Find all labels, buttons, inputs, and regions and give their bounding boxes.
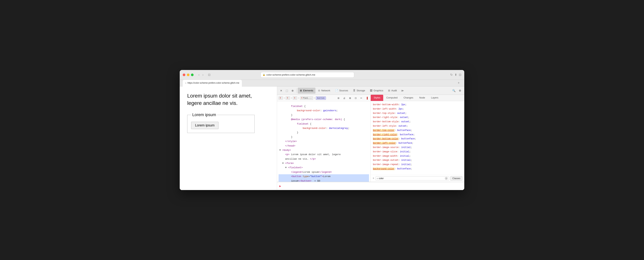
css-border-bottom-color: border-bottom-color: buttonface; <box>373 137 462 141</box>
console-bar: ▶ <box>277 182 464 190</box>
reload-button[interactable]: ↻ <box>450 73 453 77</box>
dom-line-5[interactable]: fieldset { <box>278 122 369 126</box>
forward-button[interactable]: › <box>201 73 204 77</box>
dom-line-9[interactable]: </style> <box>278 139 369 144</box>
new-tab-button[interactable]: ⊡ <box>459 73 461 77</box>
elements-tab-label: Elements <box>303 89 313 92</box>
dom-line-11[interactable]: ▼ <body> <box>278 148 369 152</box>
bc-grid-icon[interactable]: ⊞ <box>336 96 341 100</box>
tab-bar: c https://color-scheme-prefers-color-sch… <box>180 80 464 86</box>
storage-tab-icon: 🗄 <box>353 89 356 92</box>
elements-section: E › E › E › E fiel... › button ⊞ 🖨 ⊠ ⊡ <box>277 95 371 182</box>
bc-arrow-1: › <box>284 97 285 99</box>
tab-layers[interactable]: Layers <box>428 95 442 101</box>
dom-line-3[interactable]: } <box>278 113 369 117</box>
audit-tab-label: Audit <box>391 89 397 92</box>
new-tab-plus-button[interactable]: + <box>456 80 461 86</box>
maximize-button[interactable] <box>191 74 194 76</box>
css-background-color: background-color: buttonface; <box>373 167 462 171</box>
css-border-image-width: border-image-width: initial; <box>373 154 462 158</box>
bc-arrow-4: › <box>314 97 315 99</box>
tab-storage[interactable]: 🗄 Storage <box>351 88 368 94</box>
styles-tabs: Styles Computed Changes Node Layers <box>371 95 464 101</box>
breadcrumb-e1[interactable]: E <box>278 96 283 100</box>
dom-line-16[interactable]: <legend>Lorem ipsum</legend> <box>278 170 369 174</box>
bc-icon-3: E <box>294 97 295 99</box>
filter-icon: ⊙ <box>377 177 378 180</box>
dom-line-13[interactable]: ancillae ne vis. </p> <box>278 157 369 161</box>
styles-panel: Styles Computed Changes Node Layers bord… <box>371 95 464 182</box>
dom-line-4[interactable]: @media (prefers-color-scheme: dark) { <box>278 117 369 121</box>
breadcrumb-fieldset[interactable]: E fiel... <box>300 96 313 100</box>
bc-squares-icon[interactable]: ⊠ <box>348 96 352 100</box>
styles-filter: + ⊙ ✕ Classes <box>371 175 464 182</box>
dom-line-14[interactable]: ▼ <form> <box>278 161 369 166</box>
dom-line-7[interactable]: } <box>278 130 369 135</box>
bc-tiles-icon[interactable]: ⊡ <box>353 96 358 100</box>
main-content: Lorem ipsum dolor sit amet,legere ancill… <box>180 86 464 190</box>
dom-line-15[interactable]: ▼ <fieldset> <box>278 166 369 170</box>
network-tab-label: Network <box>321 89 330 92</box>
dom-line-2[interactable]: background-color: gainsboro; <box>278 108 369 113</box>
tab-styles[interactable]: Styles <box>371 95 383 101</box>
css-border-left-width: border-left-width: 2px; <box>373 107 462 111</box>
tab-computed[interactable]: Computed <box>383 95 400 101</box>
minimize-button[interactable] <box>187 74 190 76</box>
dom-line-6[interactable]: background-color: darkslategray; <box>278 126 369 130</box>
devtools-close-button[interactable]: ✕ <box>278 88 284 93</box>
bc-print-icon[interactable]: 🖨 <box>342 96 347 100</box>
dom-line-18[interactable]: ipsum</button> = $0 <box>278 179 369 182</box>
add-style-rule-button[interactable]: + <box>372 177 374 180</box>
breadcrumb-button[interactable]: button <box>316 96 326 100</box>
tab-changes[interactable]: Changes <box>400 95 416 101</box>
close-button[interactable] <box>183 74 185 76</box>
breadcrumb-e3[interactable]: E <box>293 96 297 100</box>
tab-sources[interactable]: 📄 Sources <box>333 88 350 94</box>
dom-line-8[interactable]: } <box>278 135 369 139</box>
tab-network[interactable]: ⊙ Network <box>316 88 332 94</box>
sources-tab-icon: 📄 <box>335 89 338 92</box>
share-button[interactable]: ⬆ <box>454 73 457 77</box>
tab-audit[interactable]: ⊟ Audit <box>386 88 399 94</box>
console-input[interactable] <box>283 185 462 188</box>
tab-elements[interactable]: ⊞ Elements <box>298 88 316 94</box>
breadcrumb-e2[interactable]: E <box>286 96 290 100</box>
address-bar[interactable]: 🔒 color-scheme-prefers-color-scheme.glit… <box>260 72 354 78</box>
back-button[interactable]: ‹ <box>197 73 200 77</box>
css-border-image-outset: border-image-outset: initial; <box>373 158 462 163</box>
bc-arrow-3: › <box>298 97 299 99</box>
bc-edit-icon[interactable]: ✏ <box>359 96 364 100</box>
device-toggle-button[interactable]: ⬚ <box>284 88 290 93</box>
tab-favicon: c <box>185 82 186 84</box>
legend-text: Lorem ipsum <box>191 112 217 117</box>
dom-line-10[interactable]: </head> <box>278 144 369 148</box>
css-border-bottom-width: border-bottom-width: 2px; <box>373 103 462 107</box>
bc-block-icon[interactable]: ▐ <box>364 96 369 100</box>
tab-label: https://color-scheme-prefers-color-schem… <box>188 82 240 84</box>
demo-button[interactable]: Lorem ipsum <box>191 122 218 129</box>
search-button[interactable]: 🔍 <box>451 88 457 93</box>
dom-line-12[interactable]: <p> Lorem ipsum dolor sit amet, legere <box>278 152 369 157</box>
sidebar-toggle-button[interactable]: ⊡ <box>207 73 212 77</box>
dom-line-1[interactable]: fieldset { <box>278 104 369 108</box>
elements-tab-icon: ⊞ <box>300 89 302 92</box>
devtools-panel: ✕ ⬚ ⊕ ⊞ Elements ⊙ Network 📄 Sources 🗄 <box>277 86 464 190</box>
dom-tree[interactable]: fieldset { background-color: gainsboro; … <box>277 101 371 182</box>
tab-graphics[interactable]: 🖼 Graphics <box>368 88 386 94</box>
filter-input[interactable] <box>379 177 444 180</box>
filter-clear-button[interactable]: ✕ <box>445 177 448 180</box>
dom-line-17[interactable]: <button type="button">Lorem <box>278 174 369 179</box>
console-prompt-icon: ▶ <box>279 184 281 188</box>
bc-icon-1: E <box>280 97 281 99</box>
active-tab[interactable]: c https://color-scheme-prefers-color-sch… <box>183 80 242 86</box>
settings-button[interactable]: ⚙ <box>457 88 463 93</box>
classes-button[interactable]: Classes <box>450 176 462 181</box>
more-tabs-button[interactable]: ≫ <box>400 88 405 93</box>
paragraph-text: Lorem ipsum dolor sit amet,legere ancill… <box>187 92 270 107</box>
sources-tab-label: Sources <box>339 89 348 92</box>
inspect-element-button[interactable]: ⊕ <box>290 88 295 93</box>
tab-node[interactable]: Node <box>416 95 428 101</box>
css-border-image-repeat: border-image-repeat: initial; <box>373 163 462 167</box>
css-border-right-color: border-right-color: buttonface; <box>373 133 462 137</box>
css-border-top-style: border-top-style: outset; <box>373 111 462 115</box>
